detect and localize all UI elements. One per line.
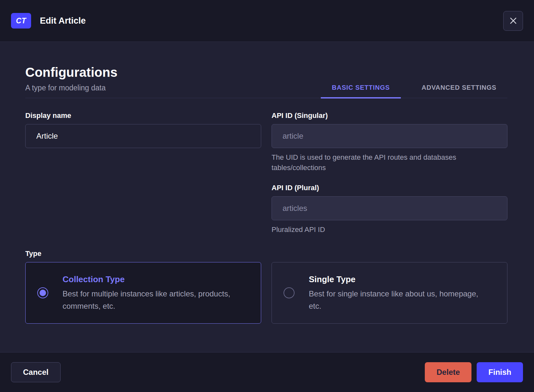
configuration-form: Display name API ID (Singular) The UID i… xyxy=(25,111,507,235)
api-id-singular-hint: The UID is used to generate the API rout… xyxy=(272,152,492,173)
single-type-title: Single Type xyxy=(309,274,490,285)
form-column-right: API ID (Singular) The UID is used to gen… xyxy=(272,111,507,235)
tab-basic-settings[interactable]: BASIC SETTINGS xyxy=(321,79,401,98)
collection-type-text: Collection Type Best for multiple instan… xyxy=(63,274,244,312)
api-id-plural-input xyxy=(272,196,507,220)
type-label: Type xyxy=(25,249,507,258)
finish-button[interactable]: Finish xyxy=(477,362,523,382)
footer-actions: Delete Finish xyxy=(425,362,523,382)
cancel-button[interactable]: Cancel xyxy=(11,362,61,382)
radio-dot-icon xyxy=(286,290,292,296)
single-type-description: Best for single instance like about us, … xyxy=(309,288,490,312)
api-id-plural-label: API ID (Plural) xyxy=(272,183,507,192)
api-id-plural-field: API ID (Plural) Pluralized API ID xyxy=(272,183,507,235)
single-type-text: Single Type Best for single instance lik… xyxy=(309,274,490,312)
content-type-badge: CT xyxy=(11,13,31,29)
page-title: Configurations xyxy=(25,64,117,80)
type-section: Type Collection Type Best for multiple i… xyxy=(25,249,507,324)
collection-type-title: Collection Type xyxy=(63,274,244,285)
radio-dot-icon xyxy=(40,290,46,296)
modal-title: Edit Article xyxy=(40,16,86,26)
close-button[interactable] xyxy=(503,11,523,31)
modal-body: Configurations A type for modeling data … xyxy=(0,42,534,352)
content-type-badge-label: CT xyxy=(16,17,26,25)
api-id-singular-label: API ID (Singular) xyxy=(272,111,507,120)
collection-type-description: Best for multiple instances like article… xyxy=(63,288,244,312)
page-subtitle: A type for modeling data xyxy=(25,83,117,98)
single-type-option[interactable]: Single Type Best for single instance lik… xyxy=(272,262,507,324)
modal-header-left: CT Edit Article xyxy=(11,13,86,29)
type-options: Collection Type Best for multiple instan… xyxy=(25,262,507,324)
api-id-plural-hint: Pluralized API ID xyxy=(272,225,492,235)
single-type-radio[interactable] xyxy=(284,287,295,298)
delete-button[interactable]: Delete xyxy=(425,362,471,382)
modal-header: CT Edit Article xyxy=(0,0,534,42)
modal-footer: Cancel Delete Finish xyxy=(0,352,534,392)
display-name-input[interactable] xyxy=(25,124,261,148)
settings-tabs: BASIC SETTINGS ADVANCED SETTINGS xyxy=(321,79,507,98)
configurations-title-block: Configurations A type for modeling data xyxy=(25,64,117,98)
configurations-header: Configurations A type for modeling data … xyxy=(25,42,507,98)
api-id-singular-input xyxy=(272,124,507,148)
collection-type-option[interactable]: Collection Type Best for multiple instan… xyxy=(25,262,261,324)
collection-type-radio[interactable] xyxy=(37,287,48,298)
display-name-field: Display name xyxy=(25,111,261,148)
close-icon xyxy=(508,16,518,26)
form-column-left: Display name xyxy=(25,111,261,235)
api-id-singular-field: API ID (Singular) The UID is used to gen… xyxy=(272,111,507,173)
tab-advanced-settings[interactable]: ADVANCED SETTINGS xyxy=(411,79,507,98)
edit-article-modal: CT Edit Article Configurations A type fo… xyxy=(0,0,534,392)
display-name-label: Display name xyxy=(25,111,261,120)
